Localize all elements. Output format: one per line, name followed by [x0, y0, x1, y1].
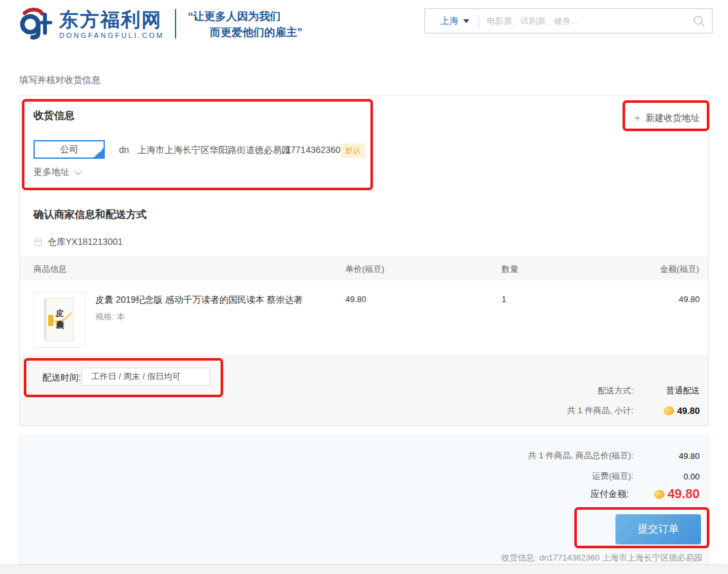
bean-icon [662, 405, 675, 417]
payable-label: 应付金额: [590, 489, 629, 500]
total-label: 共 1 件商品, 商品总价(福豆): [528, 450, 633, 462]
total-value: 49.80 [633, 451, 700, 461]
payable-row: 应付金额: 49.80 [590, 487, 700, 501]
city-label: 上海 [441, 15, 459, 27]
address-tag-label: 公司 [60, 144, 78, 154]
shipping-value: 普通配送 [633, 385, 700, 397]
product-price: 49.80 [345, 294, 367, 304]
subtotal-row: 共 1 件商品, 小计: 49.80 [567, 405, 700, 417]
product-qty: 1 [502, 294, 506, 304]
freight-value: 0.00 [633, 472, 700, 481]
address-section-title: 收货信息 [33, 109, 75, 123]
brand-logo[interactable]: 东方福利网 DONGFANGFULI.COM [17, 6, 165, 42]
subtotal-label: 共 1 件商品, 小计: [567, 405, 633, 417]
brand-name: 东方福利网 [59, 10, 165, 30]
receiver-phone: 17714362360 [286, 145, 341, 155]
warehouse-label: 仓库YX181213001 [48, 237, 123, 248]
search-bar: 上海 [424, 8, 713, 33]
col-price: 单价(福豆) [345, 264, 385, 275]
freight-row: 运费(福豆): 0.00 [592, 471, 700, 482]
book-cover: 皮 囊 [42, 297, 77, 343]
brand-domain: DONGFANGFULI.COM [59, 31, 165, 39]
product-spec: 规格: 本 [95, 311, 125, 323]
shipping-method-row: 配送方式: 普通配送 [597, 385, 700, 397]
product-amount: 49.80 [678, 294, 700, 304]
spec-label: 规格: [95, 312, 114, 321]
shipping-label: 配送方式: [597, 385, 633, 397]
slogan-line-1: “让更多人因为我们 [188, 8, 303, 24]
col-qty: 数量 [502, 264, 518, 275]
svg-text:囊: 囊 [56, 320, 65, 330]
receiver-info-line: 收货信息: dn17714362360 上海市上海长宁区德必易园 [501, 552, 702, 564]
spec-value: 本 [116, 312, 125, 321]
product-image[interactable]: 皮 囊 [33, 292, 86, 348]
warehouse-row: 仓库YX181213001 [33, 237, 123, 248]
col-goods: 商品信息 [33, 264, 67, 275]
search-icon[interactable] [686, 15, 712, 28]
freight-label: 运费(福豆): [592, 471, 633, 482]
chevron-down-icon [463, 19, 469, 23]
logo-icon [17, 6, 54, 42]
brand-slogan: “让更多人因为我们 而更爱他们的雇主” [188, 8, 303, 40]
slogan-line-2: 而更爱他们的雇主” [188, 24, 303, 40]
payable-value: 49.80 [668, 487, 700, 501]
more-addresses-toggle[interactable]: 更多地址 [33, 166, 80, 178]
new-address-button[interactable]: + 新建收货地址 [634, 112, 700, 125]
footer-band [0, 564, 728, 574]
receiver-name: dn [119, 145, 129, 155]
subtotal-value: 49.80 [677, 406, 700, 416]
svg-text:皮: 皮 [55, 309, 64, 318]
search-input[interactable] [479, 16, 686, 26]
new-address-label: 新建收货地址 [646, 112, 700, 124]
address-tag-company[interactable]: 公司 ✓ [33, 140, 105, 159]
receiver-address: 上海市上海长宁区华阳路街道德必易园 [138, 145, 291, 156]
total-row: 共 1 件商品, 商品总价(福豆): 49.80 [528, 450, 700, 462]
shop-icon [33, 238, 43, 247]
product-title: 皮囊 2019纪念版 感动千万读者的国民读本 蔡崇达著 [95, 294, 340, 306]
bean-icon [653, 489, 665, 500]
delivery-time-select[interactable]: 工作日 / 周末 / 假日均可 [82, 368, 210, 386]
default-badge: 默认 [341, 143, 365, 158]
table-header: 商品信息 单价(福豆) 数量 金额(福豆) [20, 256, 708, 280]
page-title: 填写并核对收货信息 [19, 75, 100, 86]
more-addresses-label: 更多地址 [33, 166, 69, 178]
submit-order-button[interactable]: 提交订单 [615, 514, 701, 544]
plus-icon: + [634, 112, 641, 125]
check-icon: ✓ [98, 143, 104, 159]
merchant-section-title: 确认商家信息和配送方式 [33, 208, 147, 222]
header-divider [175, 9, 176, 39]
delivery-time-label: 配送时间: [42, 372, 81, 384]
col-amount: 金额(福豆) [660, 264, 699, 275]
city-selector[interactable]: 上海 [425, 15, 478, 27]
